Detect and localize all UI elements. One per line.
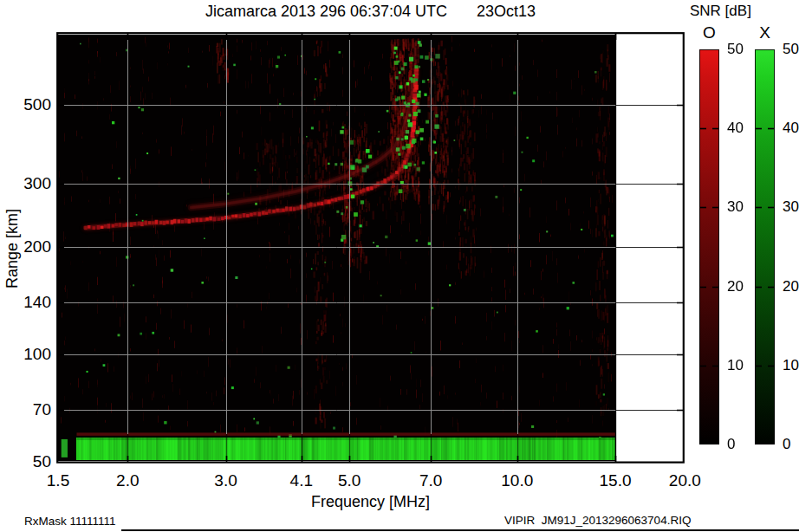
colorbar-o-mode-label: O <box>699 23 719 42</box>
colorbar-x-tick-label: 50 <box>783 41 799 58</box>
title-main: Jicamarca 2013 296 06:37:04 UTC <box>205 3 447 20</box>
y-tick-label: 140 <box>15 293 51 312</box>
x-tick-label: 20.0 <box>659 471 711 490</box>
y-tick-label: 50 <box>15 452 51 471</box>
y-tick-label: 300 <box>15 174 51 193</box>
title-date: 23Oct13 <box>477 3 536 21</box>
colorbar-x-tick-label: 40 <box>783 120 799 137</box>
rxmask-text: RxMask 11111111 <box>24 515 116 528</box>
x-tick-label: 2.0 <box>101 471 153 490</box>
x-tick-label: 15.0 <box>589 471 641 490</box>
y-tick-label: 70 <box>15 400 51 419</box>
data-file-text: VIPIR JM91J_2013296063704.RIQ <box>504 514 691 527</box>
x-tick-label: 1.5 <box>32 471 84 490</box>
colorbar-title: SNR [dB] <box>690 3 751 20</box>
colorbar-x-mode-label: X <box>755 23 775 42</box>
x-tick-label: 4.1 <box>276 471 328 490</box>
colorbar-o-tick-label: 10 <box>727 357 758 374</box>
y-tick-label: 100 <box>15 345 51 364</box>
x-tick-label: 3.0 <box>200 471 252 490</box>
colorbar-x-tick-label: 10 <box>783 357 799 374</box>
ionogram-plot-canvas <box>56 32 685 464</box>
colorbar-o-tick-label: 40 <box>727 120 758 137</box>
colorbar-x-tick-label: 20 <box>783 278 799 295</box>
colorbar-o-tick-label: 30 <box>727 198 758 216</box>
x-tick-label: 10.0 <box>491 471 543 490</box>
colorbar-o-tick-label: 20 <box>727 278 758 295</box>
colorbar-o-tick-label: 50 <box>727 41 758 58</box>
colorbar-x-tick-label: 30 <box>783 198 799 216</box>
snr-colorbar-canvas <box>698 48 777 448</box>
y-tick-label: 200 <box>15 237 51 256</box>
plot-title: Jicamarca 2013 296 06:37:04 UTC23Oct13 <box>56 3 685 21</box>
x-axis-label: Frequency [MHz] <box>56 493 685 511</box>
x-tick-label: 7.0 <box>405 471 457 490</box>
colorbar-o-tick-label: 0 <box>727 436 758 453</box>
ionogram-page: Jicamarca 2013 296 06:37:04 UTC23Oct13 S… <box>0 0 799 532</box>
y-tick-label: 500 <box>15 95 51 114</box>
bottom-divider-line <box>121 529 799 531</box>
x-tick-label: 5.0 <box>323 471 375 490</box>
colorbar-x-tick-label: 0 <box>783 436 799 453</box>
